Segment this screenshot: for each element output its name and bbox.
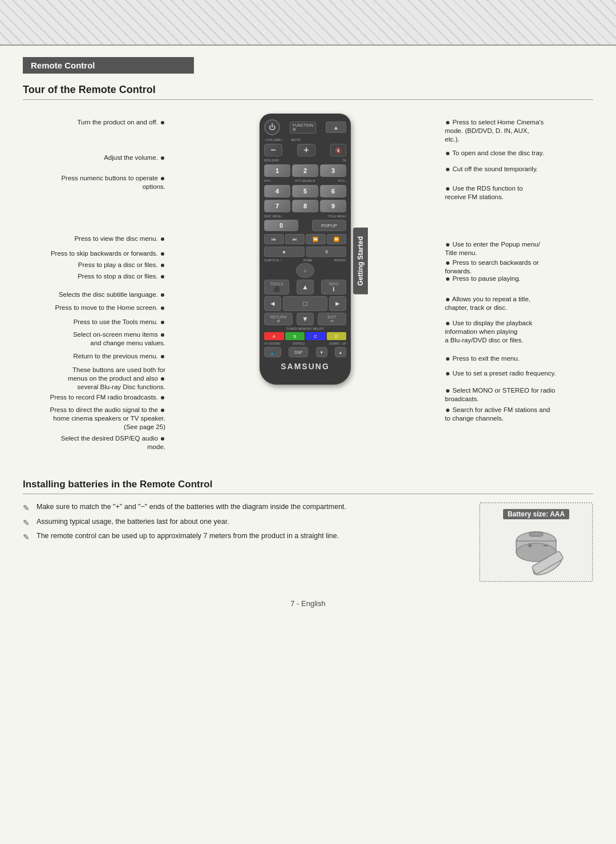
num-1-button[interactable]: 1 bbox=[264, 164, 290, 177]
num-6-button[interactable]: 6 bbox=[320, 185, 346, 197]
ann-power: Turn the product on and off. bbox=[78, 118, 166, 127]
remote-control: ⏻ FUNCTION⊞ ▲ ─VOLUME─ MUTE − + 🔇 bbox=[260, 114, 351, 385]
ann-exit: Press to exit the menu. bbox=[445, 354, 520, 363]
getting-started-tab: Getting Started bbox=[353, 228, 368, 294]
prev-button[interactable]: ⏮ bbox=[264, 234, 284, 244]
ann-dsp: Select the desired DSP/EQ audio mode. bbox=[61, 434, 165, 451]
return-exit-row: RETURN↺ ▼ EXIT↪ bbox=[264, 313, 346, 325]
nav-center-button[interactable]: □ bbox=[283, 296, 327, 311]
ann-audio: Press to direct the audio signal to the … bbox=[50, 406, 165, 431]
battery-item-3: ✎ The remote control can be used up to a… bbox=[23, 531, 462, 542]
fwd-button[interactable]: ⏩ bbox=[327, 234, 347, 244]
ann-skip: Press to skip backwards or forwards. bbox=[51, 249, 165, 258]
samsung-logo: SAMSUNG bbox=[264, 362, 346, 371]
left-annotations: Turn the product on and off. Adjust the … bbox=[23, 108, 171, 462]
svg-rect-3 bbox=[529, 532, 543, 536]
batteries-section: Installing batteries in the Remote Contr… bbox=[23, 479, 593, 582]
up-button[interactable]: ▲ bbox=[335, 347, 346, 357]
num-4-button[interactable]: 4 bbox=[264, 185, 290, 197]
volume-plus-button[interactable]: + bbox=[297, 144, 315, 156]
ann-play: Press to play a disc or files. bbox=[78, 261, 165, 269]
num-8-button[interactable]: 8 bbox=[292, 200, 318, 212]
dsp-eq-button[interactable]: DSP bbox=[289, 347, 308, 357]
ann-stop: Press to stop a disc or files. bbox=[78, 272, 165, 281]
return-button[interactable]: RETURN↺ bbox=[264, 313, 293, 325]
ann-disc-menu: Press to view the disc menu. bbox=[74, 235, 165, 243]
ann-display: Use to display the playbackinformation w… bbox=[445, 319, 532, 345]
eject-button[interactable]: ▲ bbox=[326, 122, 346, 133]
ann-numeric: Press numeric buttons to operate options… bbox=[61, 174, 165, 191]
tv-sound-button[interactable]: 📺 bbox=[264, 347, 281, 357]
ann-tools: Press to use the Tools menu. bbox=[74, 318, 165, 326]
battery-item-2: ✎ Assuming typical usage, the batteries … bbox=[23, 517, 462, 527]
numpad-789: 7 8 9 bbox=[264, 200, 346, 212]
tour-title: Tour of the Remote Control bbox=[23, 84, 593, 100]
ann-popup: Use to enter the Popup menu/Title menu. bbox=[445, 240, 540, 257]
next-button[interactable]: ⏭ bbox=[285, 234, 305, 244]
ann-cinema-mode: Press to select Home Cinema'smode. (BD/D… bbox=[445, 118, 544, 144]
color-buttons-row: A B C D bbox=[264, 332, 346, 340]
ann-home: Press to move to the Home screen. bbox=[55, 304, 165, 312]
stop-button[interactable]: ■ bbox=[264, 247, 305, 257]
svg-text:+: + bbox=[528, 541, 532, 550]
disc-title-labels: DISC MENUTITLE MENU bbox=[264, 215, 346, 218]
battery-image-box: Battery size: AAA + − bbox=[479, 502, 593, 582]
ann-return: Return to the previous menu. bbox=[74, 352, 166, 361]
color-a-button[interactable]: A bbox=[264, 332, 284, 340]
page-footer: 7 - English bbox=[23, 599, 593, 608]
ann-mono-stereo: Select MONO or STEREO for radiobroadcast… bbox=[445, 386, 555, 403]
battery-svg: + − bbox=[496, 524, 576, 575]
num-7-button[interactable]: 7 bbox=[264, 200, 290, 212]
top-pattern bbox=[0, 0, 616, 46]
ann-fm-search: Search for active FM stations andto chan… bbox=[445, 406, 550, 423]
ann-rds: Use the RDS function toreceive FM statio… bbox=[445, 184, 523, 201]
down-button[interactable]: ▼ bbox=[316, 347, 327, 357]
pty-labels: PTY−PTY SEARCHPTY+ bbox=[264, 179, 346, 183]
rew-button[interactable]: ⏪ bbox=[306, 234, 326, 244]
ann-record: Press to record FM radio broadcasts. bbox=[50, 393, 165, 402]
home-button[interactable]: ⌂ bbox=[296, 263, 314, 278]
ann-volume: Adjust the volume. bbox=[104, 154, 165, 162]
ann-disc-tray: To open and close the disc tray. bbox=[445, 149, 544, 158]
num-5-button[interactable]: 5 bbox=[292, 185, 318, 197]
color-b-button[interactable]: B bbox=[285, 332, 305, 340]
volume-row: − + 🔇 bbox=[264, 144, 346, 156]
ann-search: Press to search backwards orforwards. bbox=[445, 259, 539, 276]
color-c-button[interactable]: C bbox=[306, 332, 326, 340]
function-button[interactable]: FUNCTION⊞ bbox=[290, 122, 316, 134]
nav-right-button[interactable]: ► bbox=[329, 296, 346, 311]
popup-button[interactable]: POPUP bbox=[312, 220, 346, 231]
numpad: 1 2 3 bbox=[264, 164, 346, 177]
power-button[interactable]: ⏻ bbox=[264, 119, 280, 135]
remote-container: ⏻ FUNCTION⊞ ▲ ─VOLUME─ MUTE − + 🔇 bbox=[171, 108, 439, 462]
battery-size-label: Battery size: AAA bbox=[503, 509, 569, 519]
nav-down-button[interactable]: ▼ bbox=[297, 313, 314, 325]
ann-repeat: Allows you to repeat a title,chapter, tr… bbox=[445, 295, 530, 312]
note-icon-3: ✎ bbox=[23, 532, 33, 540]
num-9-button[interactable]: 9 bbox=[320, 200, 346, 212]
num-2-button[interactable]: 2 bbox=[292, 164, 318, 177]
tour-area: Turn the product on and off. Adjust the … bbox=[23, 108, 593, 462]
info-button[interactable]: INFO ℹ bbox=[321, 280, 346, 294]
svg-text:−: − bbox=[543, 541, 548, 550]
pause-button[interactable]: ⏸ bbox=[306, 247, 347, 257]
volume-minus-button[interactable]: − bbox=[264, 144, 282, 156]
num-0-button[interactable]: 0 bbox=[264, 220, 298, 231]
batteries-content: ✎ Make sure to match the "+" and "−" end… bbox=[23, 502, 593, 582]
nav-up-button[interactable]: ▲ bbox=[297, 280, 314, 294]
nav-mid-row: ◄ □ ► bbox=[264, 296, 346, 311]
ann-sound: Cut off the sound temporarily. bbox=[445, 165, 538, 173]
batteries-list: ✎ Make sure to match the "+" and "−" end… bbox=[23, 502, 462, 546]
ann-nav: Select on-screen menu items and change m… bbox=[73, 330, 165, 348]
ann-pause: Press to pause playing. bbox=[445, 274, 521, 283]
tools-info-row: TOOLS ⬛ ▲ INFO ℹ bbox=[264, 280, 346, 294]
right-annotations: Press to select Home Cinema'smode. (BD/D… bbox=[439, 108, 593, 462]
num-3-button[interactable]: 3 bbox=[320, 164, 346, 177]
exit-button[interactable]: EXIT↪ bbox=[318, 313, 346, 325]
tools-button[interactable]: TOOLS ⬛ bbox=[264, 280, 289, 294]
rds-labels: RDS DISPTA bbox=[264, 159, 346, 162]
mute-button[interactable]: 🔇 bbox=[330, 144, 346, 156]
color-d-button[interactable]: D bbox=[327, 332, 347, 340]
nav-left-button[interactable]: ◄ bbox=[264, 296, 281, 311]
note-icon-2: ✎ bbox=[23, 518, 33, 526]
